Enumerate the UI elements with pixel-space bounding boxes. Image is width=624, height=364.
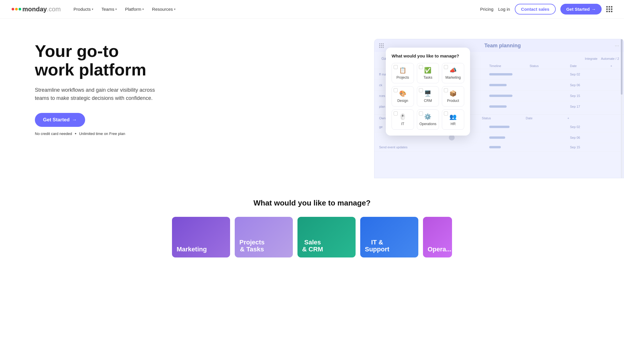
lower-section: What would you like to manage? Marketing… bbox=[0, 181, 624, 257]
chevron-products-icon: ▾ bbox=[92, 8, 93, 11]
modal-item-tasks[interactable]: ✅ Tasks bbox=[417, 63, 439, 83]
navbar: monday.com Products ▾ Teams ▾ Platform ▾… bbox=[0, 0, 624, 19]
get-started-hero-button[interactable]: Get Started → bbox=[35, 113, 85, 127]
checkbox-marketing bbox=[444, 65, 448, 69]
projects-label: Projects bbox=[397, 75, 409, 80]
tasks-icon: ✅ bbox=[424, 67, 431, 74]
nav-login-link[interactable]: Log in bbox=[498, 7, 510, 12]
modal-question: What would you like to manage? bbox=[392, 53, 464, 58]
checkbox-projects bbox=[394, 65, 398, 69]
timeline-bar-7 bbox=[489, 146, 501, 148]
marketing-label: Marketing bbox=[445, 75, 461, 80]
checkbox-it bbox=[394, 111, 398, 116]
timeline-bar-3 bbox=[489, 95, 512, 97]
scrollbar-thumb bbox=[621, 39, 623, 95]
logo-circle-green bbox=[19, 8, 21, 10]
arrow-icon: → bbox=[72, 117, 77, 123]
card-marketing[interactable]: Marketing bbox=[172, 217, 230, 257]
nav-item-platform[interactable]: Platform ▾ bbox=[121, 4, 147, 14]
logo-tld: .com bbox=[47, 6, 61, 13]
col2-status: Status bbox=[482, 116, 491, 120]
card-it[interactable]: IT &Support bbox=[360, 217, 418, 257]
get-started-nav-button[interactable]: Get Started → bbox=[560, 4, 602, 15]
card-sales-title: Sales& CRM bbox=[302, 239, 323, 253]
col-timeline: Timeline bbox=[489, 64, 530, 68]
hero-note: No credit card needed ✦ Unlimited time o… bbox=[35, 131, 157, 136]
app-tab-integrate[interactable]: Integrate bbox=[585, 57, 597, 60]
design-label: Design bbox=[397, 99, 408, 103]
col-status: Status bbox=[530, 64, 570, 68]
cards-row: Marketing Projects& Tasks Sales& CRM IT … bbox=[12, 217, 612, 257]
card-operations[interactable]: Opera... bbox=[423, 217, 452, 257]
crm-icon: 🖥️ bbox=[424, 90, 431, 97]
nav-item-teams[interactable]: Teams ▾ bbox=[98, 4, 120, 14]
modal-item-design[interactable]: 🎨 Design bbox=[392, 86, 414, 107]
operations-label: Operations bbox=[419, 122, 437, 126]
timeline-bar-5 bbox=[489, 126, 510, 128]
app-more-icon[interactable]: ··· bbox=[615, 43, 619, 49]
col-add[interactable]: + bbox=[610, 64, 619, 68]
modal-item-product[interactable]: 📦 Product bbox=[442, 86, 464, 107]
card-sales[interactable]: Sales& CRM bbox=[297, 217, 356, 257]
chevron-platform-icon: ▾ bbox=[142, 8, 144, 11]
nav-item-resources[interactable]: Resources ▾ bbox=[148, 4, 179, 14]
card-it-title: IT &Support bbox=[365, 239, 389, 253]
crm-label: CRM bbox=[424, 99, 432, 103]
date-2: Sep 06 bbox=[570, 83, 610, 87]
date-5: Sep 02 bbox=[570, 125, 610, 129]
nav-item-products[interactable]: Products ▾ bbox=[70, 4, 97, 14]
nav-pricing-link[interactable]: Pricing bbox=[480, 7, 494, 12]
card-projects[interactable]: Projects& Tasks bbox=[235, 217, 293, 257]
app-dots-icon bbox=[379, 43, 384, 48]
hero-text: Your go-to work platform Streamline work… bbox=[35, 36, 157, 170]
nav-items: Products ▾ Teams ▾ Platform ▾ Resources … bbox=[70, 4, 480, 14]
it-label: IT bbox=[401, 122, 404, 126]
timeline-bar-2 bbox=[489, 84, 507, 86]
operations-icon: ⚙️ bbox=[424, 113, 431, 120]
modal-item-crm[interactable]: 🖥️ CRM bbox=[417, 86, 439, 107]
card-operations-title: Opera... bbox=[428, 246, 451, 253]
chevron-teams-icon: ▾ bbox=[115, 8, 117, 11]
lower-title: What would you like to manage? bbox=[12, 199, 612, 208]
modal-item-it[interactable]: 🖱️ IT bbox=[392, 109, 414, 130]
card-projects-title: Projects& Tasks bbox=[239, 239, 265, 253]
modal-item-operations[interactable]: ⚙️ Operations bbox=[417, 109, 439, 130]
manage-modal: What would you like to manage? 📋 Project… bbox=[386, 48, 470, 136]
apps-grid-icon[interactable] bbox=[606, 6, 612, 12]
checkbox-crm bbox=[419, 88, 423, 92]
chevron-resources-icon: ▾ bbox=[174, 8, 175, 11]
logo-circle-orange bbox=[15, 8, 18, 10]
date-3: Sep 15 bbox=[570, 94, 610, 98]
it-icon: 🖱️ bbox=[399, 113, 406, 120]
timeline-bar-4 bbox=[489, 105, 507, 108]
checkbox-tasks bbox=[419, 65, 423, 69]
checkbox-operations bbox=[419, 111, 423, 116]
date-7: Sep 15 bbox=[570, 145, 610, 149]
table-row: Send event updates Sep 15 bbox=[374, 143, 624, 152]
logo-circle-red bbox=[12, 8, 14, 10]
avatar-6 bbox=[449, 135, 455, 140]
nav-right: Pricing Log in Contact sales Get Started… bbox=[480, 4, 612, 15]
hero-subtitle: Streamline workflows and gain clear visi… bbox=[35, 86, 157, 103]
modal-item-hr[interactable]: 👥 HR bbox=[442, 109, 464, 130]
modal-item-projects[interactable]: 📋 Projects bbox=[392, 63, 414, 83]
logo[interactable]: monday.com bbox=[12, 6, 61, 13]
design-icon: 🎨 bbox=[399, 90, 406, 97]
marketing-icon: 📣 bbox=[449, 67, 457, 74]
checkbox-product bbox=[444, 88, 448, 92]
timeline-bar-1 bbox=[489, 73, 512, 75]
product-label: Product bbox=[447, 99, 459, 103]
product-icon: 📦 bbox=[449, 90, 457, 97]
hr-label: HR bbox=[451, 122, 456, 126]
app-tab-automate[interactable]: Automate / 2 bbox=[601, 57, 619, 60]
checkbox-design bbox=[394, 88, 398, 92]
scrollbar[interactable] bbox=[621, 39, 623, 178]
app-title: Team planning bbox=[484, 43, 521, 49]
hero-section: Your go-to work platform Streamline work… bbox=[0, 19, 624, 181]
modal-item-marketing[interactable]: 📣 Marketing bbox=[442, 63, 464, 83]
col-date: Date bbox=[570, 64, 610, 68]
contact-sales-button[interactable]: Contact sales bbox=[515, 4, 556, 15]
modal-grid: 📋 Projects ✅ Tasks 📣 Marketing 🎨 Desi bbox=[392, 63, 464, 130]
col2-add[interactable]: + bbox=[567, 116, 569, 120]
card-marketing-title: Marketing bbox=[177, 246, 207, 253]
